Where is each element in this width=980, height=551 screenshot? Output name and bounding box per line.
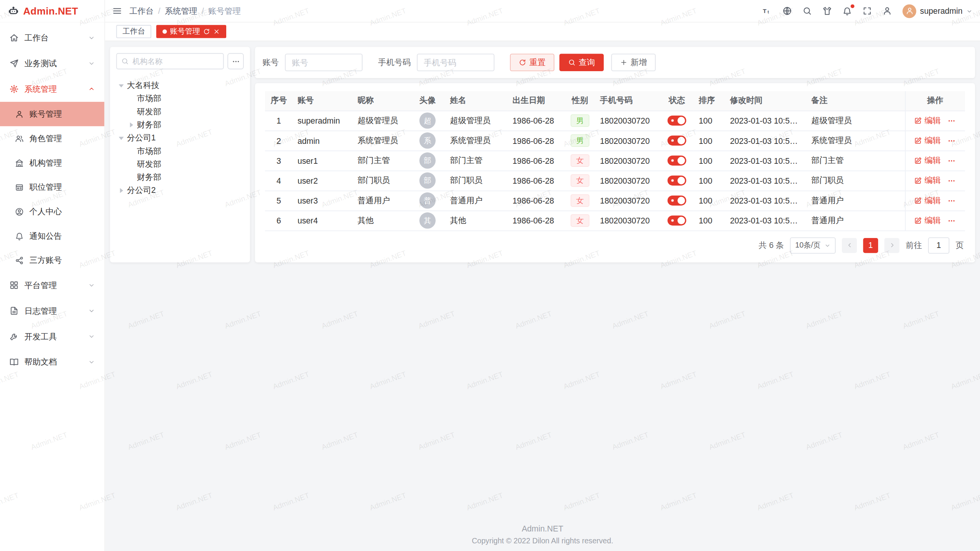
query-button[interactable]: 查询 bbox=[559, 54, 604, 71]
sidebar-subitem-2-2[interactable]: 机构管理 bbox=[0, 150, 105, 175]
tree-node-label: 分公司1 bbox=[127, 132, 155, 143]
tabs-bar: 工作台 账号管理 bbox=[105, 23, 980, 41]
org-more-button[interactable] bbox=[227, 53, 243, 69]
gender-tag: 女 bbox=[571, 214, 590, 227]
edit-button[interactable]: 编辑 bbox=[915, 215, 941, 226]
sidebar-subitem-2-5[interactable]: 通知公告 bbox=[0, 223, 105, 248]
caret-right-icon[interactable] bbox=[127, 121, 134, 128]
tree-node[interactable]: 财务部 bbox=[116, 118, 244, 131]
logo[interactable]: Admin.NET bbox=[0, 0, 105, 23]
refresh-tab-icon[interactable] bbox=[203, 28, 210, 35]
sidebar-item-4[interactable]: 日志管理 bbox=[0, 298, 105, 324]
tree-node[interactable]: 分公司1 bbox=[116, 131, 244, 144]
edit-button[interactable]: 编辑 bbox=[915, 195, 941, 206]
cell-remark: 部门主管 bbox=[806, 150, 905, 170]
prev-page-button[interactable] bbox=[842, 238, 857, 253]
chevron-down-icon bbox=[88, 333, 95, 340]
column-header-1: 账号 bbox=[292, 91, 353, 111]
profile-icon[interactable] bbox=[882, 6, 892, 15]
user-menu[interactable]: superadmin bbox=[903, 4, 973, 18]
tree-node[interactable]: 市场部 bbox=[116, 144, 244, 157]
sidebar-subitem-2-6[interactable]: 三方账号 bbox=[0, 248, 105, 272]
sidebar-subitem-2-3[interactable]: 职位管理 bbox=[0, 175, 105, 199]
cell-account: admin bbox=[292, 130, 353, 150]
collapse-sidebar-icon[interactable] bbox=[113, 6, 122, 15]
cell-name: 系统管理员 bbox=[445, 130, 507, 150]
tree-node[interactable]: 研发部 bbox=[116, 157, 244, 170]
sidebar-subitem-2-1[interactable]: 角色管理 bbox=[0, 126, 105, 151]
font-size-icon[interactable]: Tt bbox=[763, 6, 772, 15]
status-toggle[interactable] bbox=[668, 116, 686, 126]
chevron-down-icon bbox=[88, 307, 95, 314]
theme-icon[interactable] bbox=[823, 6, 832, 15]
status-toggle[interactable] bbox=[668, 136, 686, 146]
row-more-button[interactable] bbox=[948, 116, 956, 124]
page-size-select[interactable]: 10条/页 bbox=[790, 237, 836, 253]
row-more-button[interactable] bbox=[948, 156, 956, 165]
tree-node-label: 分公司2 bbox=[127, 184, 155, 196]
sidebar-item-2[interactable]: 系统管理 bbox=[0, 76, 105, 102]
page-size-value: 10条/页 bbox=[795, 240, 820, 251]
cell-serial: 6 bbox=[265, 210, 292, 230]
row-more-button[interactable] bbox=[948, 217, 956, 225]
next-page-button[interactable] bbox=[884, 238, 899, 253]
add-button[interactable]: 新增 bbox=[611, 54, 656, 71]
tree-node[interactable]: 分公司2 bbox=[116, 184, 244, 197]
caret-down-icon[interactable] bbox=[118, 134, 124, 141]
cell-status bbox=[660, 130, 694, 150]
row-more-button[interactable] bbox=[948, 196, 956, 204]
breadcrumb-separator: / bbox=[158, 6, 160, 15]
breadcrumb-item-system[interactable]: 系统管理 bbox=[165, 5, 197, 16]
goto-page-input[interactable] bbox=[928, 237, 949, 253]
page-number-1[interactable]: 1 bbox=[863, 238, 878, 253]
sidebar-item-3[interactable]: 平台管理 bbox=[0, 272, 105, 298]
sidebar-item-label: 帮助文档 bbox=[24, 356, 57, 367]
edit-button[interactable]: 编辑 bbox=[915, 135, 941, 146]
tree-node-label: 研发部 bbox=[137, 106, 162, 117]
language-icon[interactable] bbox=[782, 6, 792, 15]
header-icons: Tt bbox=[763, 6, 892, 15]
status-toggle[interactable] bbox=[668, 176, 686, 186]
status-toggle[interactable] bbox=[668, 196, 686, 205]
column-header-5: 出生日期 bbox=[508, 91, 565, 111]
query-button-label: 查询 bbox=[579, 57, 595, 68]
notification-bell-icon[interactable] bbox=[843, 6, 852, 15]
tab-workbench[interactable]: 工作台 bbox=[116, 25, 151, 38]
edit-button[interactable]: 编辑 bbox=[915, 115, 941, 126]
search-icon[interactable] bbox=[802, 6, 812, 15]
caret-down-icon[interactable] bbox=[118, 82, 124, 89]
account-input[interactable] bbox=[285, 54, 362, 71]
sidebar-item-5[interactable]: 开发工具 bbox=[0, 324, 105, 349]
tree-node[interactable]: 市场部 bbox=[116, 92, 244, 105]
caret-right-icon[interactable] bbox=[118, 187, 124, 194]
reset-button[interactable]: 重置 bbox=[510, 54, 554, 71]
org-search-input[interactable] bbox=[116, 53, 224, 69]
sidebar-subitem-2-0[interactable]: 账号管理 bbox=[0, 102, 105, 126]
sidebar-item-6[interactable]: 帮助文档 bbox=[0, 349, 105, 375]
book-icon bbox=[9, 357, 18, 367]
tree-node[interactable]: 研发部 bbox=[116, 105, 244, 118]
cell-phone: 18020030720 bbox=[595, 171, 660, 191]
row-more-button[interactable] bbox=[948, 176, 956, 184]
sidebar-subitem-2-4[interactable]: 个人中心 bbox=[0, 199, 105, 224]
phone-input[interactable] bbox=[417, 54, 494, 71]
row-more-button[interactable] bbox=[948, 137, 956, 145]
edit-button[interactable]: 编辑 bbox=[915, 155, 941, 166]
status-toggle[interactable] bbox=[668, 216, 686, 226]
fullscreen-icon[interactable] bbox=[862, 6, 872, 15]
tab-label: 账号管理 bbox=[170, 26, 200, 37]
badge-icon bbox=[15, 183, 24, 192]
sidebar-item-1[interactable]: 业务测试 bbox=[0, 51, 105, 76]
edit-button[interactable]: 编辑 bbox=[915, 175, 941, 186]
cell-actions: 编辑 bbox=[905, 150, 965, 170]
cell-gender: 男 bbox=[565, 111, 595, 130]
breadcrumb-item-workbench[interactable]: 工作台 bbox=[129, 5, 154, 16]
close-tab-icon[interactable] bbox=[213, 28, 220, 35]
cell-phone: 18020030720 bbox=[595, 150, 660, 170]
status-toggle[interactable] bbox=[668, 156, 686, 166]
sidebar-item-0[interactable]: 工作台 bbox=[0, 25, 105, 51]
tab-account-management[interactable]: 账号管理 bbox=[156, 25, 226, 38]
tree-node[interactable]: 大名科技 bbox=[116, 79, 244, 92]
row-actions: 编辑 bbox=[915, 215, 956, 226]
tree-node[interactable]: 财务部 bbox=[116, 171, 244, 184]
